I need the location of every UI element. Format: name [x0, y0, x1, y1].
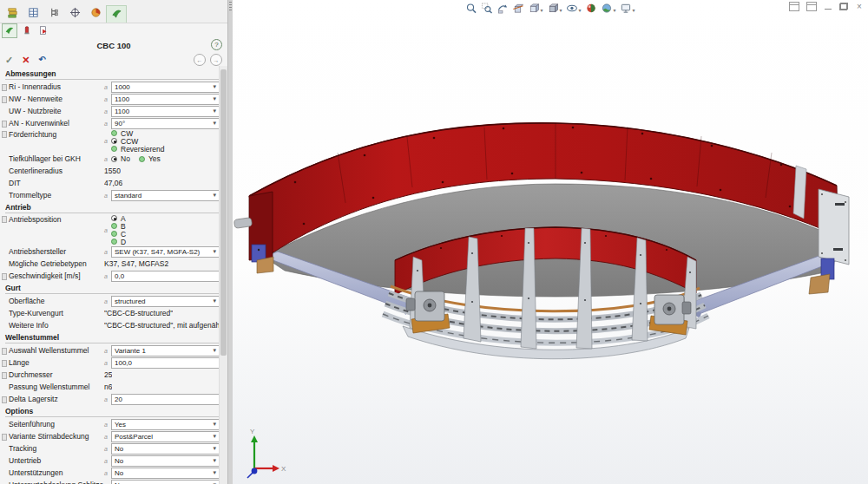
hud-button-zoom-area[interactable]	[480, 1, 493, 18]
hud-button-edit-appearance[interactable]	[585, 1, 598, 18]
undo-button[interactable]: ↶	[38, 56, 45, 64]
select-trommeltype[interactable]: standard	[111, 190, 220, 201]
radio-dot-icon[interactable]	[111, 138, 117, 144]
select-unterst-tzungen[interactable]: No	[111, 468, 220, 479]
hud-button-view-orientation[interactable]: ▾	[527, 1, 543, 18]
hud-button-view-settings[interactable]: ▾	[620, 1, 636, 18]
apply-scene-icon	[602, 2, 613, 17]
radio-option-yes[interactable]: Yes	[139, 155, 161, 163]
ok-button[interactable]: ✓	[5, 56, 13, 65]
field-label: UW - Nutzbreite	[9, 107, 104, 115]
tab-configurationmanager-tab[interactable]	[43, 4, 64, 23]
restore-icon[interactable]	[839, 3, 848, 10]
pane2-icon[interactable]	[806, 2, 817, 11]
radio-dot-icon[interactable]	[111, 215, 117, 221]
input-l-nge[interactable]: 100,0	[111, 357, 220, 369]
select-variante-stirnabdeckung[interactable]: Post&Parcel	[111, 431, 220, 442]
radio-dot-icon[interactable]	[111, 130, 117, 136]
select-an-kurvenwinkel[interactable]: 90°	[111, 118, 220, 129]
chevron-down-icon[interactable]: ▾	[614, 7, 616, 13]
input-geschwindigkeit-m-s[interactable]: 0,0	[111, 271, 220, 282]
select-ri-innenradius[interactable]: 1000	[111, 82, 220, 93]
section-header-wellenstummel: Wellenstummel	[5, 333, 219, 343]
field-control: a1000	[104, 82, 220, 93]
tab-displaymanager-tab[interactable]	[85, 4, 106, 23]
hud-button-apply-scene[interactable]: ▾	[601, 1, 617, 18]
chevron-down-icon[interactable]: ▾	[559, 7, 562, 13]
radio-dot-icon[interactable]	[111, 239, 117, 245]
chevron-down-icon[interactable]: ▾	[633, 7, 635, 13]
back-button[interactable]: ←	[194, 54, 206, 66]
field-label: Mögliche Getriebetypen	[9, 259, 104, 268]
close-icon[interactable]: ×	[855, 3, 864, 10]
radio-dot-icon[interactable]	[111, 231, 117, 237]
subtab-export[interactable]	[36, 24, 50, 37]
tab-custom-tool-tab[interactable]	[106, 5, 127, 23]
minimize-icon[interactable]	[824, 3, 832, 10]
graphics-viewport[interactable]: Y X ▾▾▾▾▾ ×	[233, 0, 868, 484]
input-delta-lagersitz[interactable]: 20	[111, 394, 220, 405]
hud-button-previous-view[interactable]	[496, 1, 509, 18]
scrollbar-thumb[interactable]	[220, 69, 227, 356]
tab-dimxpertmanager-tab[interactable]	[64, 4, 85, 23]
tab-featuremanager-tab[interactable]	[2, 4, 23, 23]
panel-scrollbar[interactable]	[219, 66, 227, 484]
field-label: Geschwindigkeit [m/s]	[9, 271, 104, 280]
field-control: 47,06	[104, 179, 220, 187]
select-seitenf-hrung[interactable]: Yes	[111, 419, 220, 430]
radio-dot-icon[interactable]	[139, 156, 145, 162]
left-end-assembly	[233, 192, 273, 273]
section-header-gurt: Gurt	[5, 284, 219, 294]
chevron-down-icon[interactable]: ▾	[578, 7, 581, 13]
heads-up-toolbar: ▾▾▾▾▾	[464, 1, 635, 18]
select-tracking[interactable]: No	[111, 443, 220, 455]
select-antriebshersteller[interactable]: SEW (K37, S47, MGFA-S2)	[111, 246, 220, 258]
view-settings-icon	[621, 2, 632, 17]
config-marker-icon	[2, 96, 7, 103]
select-untertrieb[interactable]: No	[111, 455, 220, 467]
radio-dot-icon[interactable]	[111, 146, 117, 152]
help-icon[interactable]: ?	[211, 39, 222, 50]
radio-dot-icon[interactable]	[111, 156, 117, 162]
field-label: Weitere Info	[9, 321, 104, 330]
tab-propertymanager-tab[interactable]	[23, 4, 43, 23]
field-label: Ri - Innenradius	[9, 82, 104, 91]
splitter-grip-icon	[229, 2, 232, 10]
select-uw-nutzbreite[interactable]: 1100	[111, 106, 220, 117]
select-untergurtabdeckung-schlitze[interactable]: No	[111, 480, 220, 484]
panel-title-bar: CBC 100 ?	[0, 38, 227, 52]
select-nw-nennweite[interactable]: 1100	[111, 94, 220, 105]
select-oberfl-che[interactable]: structured	[111, 296, 220, 307]
field-row-nw-nennweite: NW - Nennweitea1100	[0, 93, 227, 105]
field-row-unterst-tzungen: UnterstützungenaNo	[0, 467, 227, 479]
radio-option-reversierend[interactable]: Reversierend	[111, 145, 165, 153]
radio-option-no[interactable]: No	[111, 155, 130, 163]
hud-button-section-view[interactable]	[511, 1, 524, 18]
link-icon: a	[104, 360, 108, 366]
field-label: Länge	[9, 358, 104, 367]
field-row-uw-nutzbreite: UW - Nutzbreitea1100	[0, 105, 227, 117]
hud-button-display-style[interactable]: ▾	[546, 1, 562, 18]
chevron-down-icon[interactable]: ▾	[540, 7, 542, 13]
forward-button[interactable]: →	[210, 54, 222, 66]
field-row-l-nge: Längea100,0	[0, 356, 227, 369]
link-icon: a	[104, 434, 108, 440]
readonly-value-durchmesser: 25	[104, 370, 112, 379]
pane-icon[interactable]	[789, 2, 799, 11]
field-row-antriebshersteller: AntriebsherstelleraSEW (K37, S47, MGFA-S…	[0, 245, 227, 258]
conveyor-model[interactable]	[233, 123, 849, 359]
link-icon: a	[104, 396, 108, 402]
cancel-button[interactable]: ✕	[22, 56, 30, 65]
hud-button-zoom-fit[interactable]	[464, 1, 477, 18]
field-label: DIT	[9, 179, 104, 187]
subtab-motor[interactable]	[20, 24, 34, 37]
radio-option-d[interactable]: D	[111, 238, 126, 245]
radio-dot-icon[interactable]	[111, 223, 117, 229]
hud-button-hide-show[interactable]: ▾	[565, 1, 582, 18]
displaymanager-tab-icon	[90, 6, 102, 22]
field-row-delta-lagersitz: Delta Lagersitza20	[0, 393, 227, 405]
view-orientation-icon	[528, 2, 539, 17]
select-auswahl-wellenstummel[interactable]: Variante 1	[111, 345, 220, 356]
section-header-antrieb: Antrieb	[5, 203, 219, 213]
subtab-component-swoosh[interactable]	[2, 23, 17, 38]
